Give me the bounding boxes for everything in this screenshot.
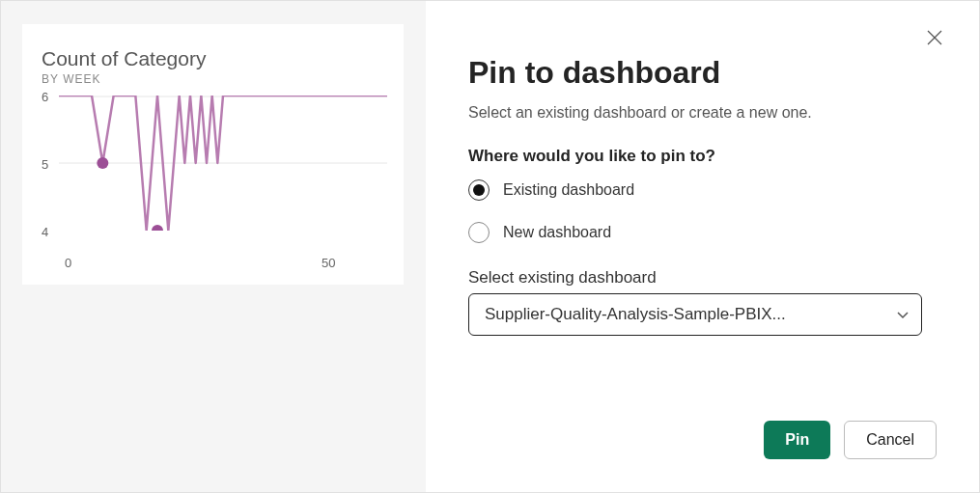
chevron-down-icon: [896, 308, 910, 321]
pin-location-question: Where would you like to pin to?: [468, 147, 937, 166]
chart-subtitle: BY WEEK: [42, 72, 384, 86]
pin-button[interactable]: Pin: [764, 421, 830, 459]
radio-existing-dashboard[interactable]: Existing dashboard: [468, 179, 937, 201]
dialog-form-pane: Pin to dashboard Select an existing dash…: [426, 1, 979, 492]
dialog-subtitle: Select an existing dashboard or create a…: [468, 104, 937, 122]
dashboard-select-value: Supplier-Quality-Analysis-Sample-PBIX...: [485, 305, 786, 324]
radio-label: Existing dashboard: [503, 181, 634, 199]
y-tick: 6: [42, 90, 48, 104]
svg-point-2: [97, 157, 108, 169]
line-chart-svg: [59, 96, 387, 231]
x-tick: 50: [322, 256, 335, 270]
close-icon: [927, 30, 942, 45]
chart-preview-pane: Count of Category BY WEEK 6 5 4 0 50: [1, 1, 426, 492]
chart-tile: Count of Category BY WEEK 6 5 4 0 50: [22, 24, 404, 285]
dialog-actions: Pin Cancel: [764, 421, 937, 459]
dialog-title: Pin to dashboard: [468, 55, 937, 91]
radio-checked-icon: [468, 179, 490, 201]
radio-new-dashboard[interactable]: New dashboard: [468, 222, 937, 243]
select-dashboard-label: Select existing dashboard: [468, 268, 937, 288]
dashboard-select[interactable]: Supplier-Quality-Analysis-Sample-PBIX...: [468, 293, 922, 336]
x-tick: 0: [65, 256, 71, 270]
close-button[interactable]: [923, 26, 946, 49]
cancel-button[interactable]: Cancel: [844, 421, 937, 459]
svg-point-3: [152, 225, 163, 231]
pin-to-dashboard-dialog: Count of Category BY WEEK 6 5 4 0 50: [0, 0, 980, 493]
y-tick: 5: [42, 157, 48, 172]
radio-unchecked-icon: [468, 222, 490, 243]
chart-plot-area: 6 5 4 0 50: [42, 96, 384, 250]
y-tick: 4: [42, 225, 48, 239]
chart-title: Count of Category: [42, 47, 384, 70]
radio-label: New dashboard: [503, 224, 611, 241]
